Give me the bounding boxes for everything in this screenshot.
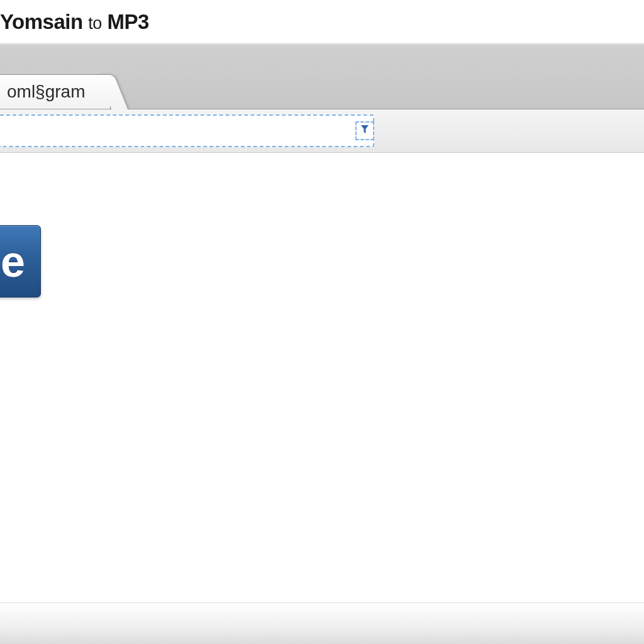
window-title: Yomsain to MP3 [0,10,149,34]
bottom-edge [0,602,644,644]
filter-button[interactable] [355,121,374,140]
tab-label: oml§gram [7,82,85,102]
primary-action-button[interactable]: e [0,225,41,297]
title-mid: to [88,14,102,33]
title-bar: Yomsain to MP3 [0,0,644,44]
filter-icon [360,125,369,137]
main-content: e [0,153,644,530]
tab-strip: oml§gram [0,44,644,109]
tab-active[interactable]: oml§gram [0,74,111,109]
title-prefix: Yomsain [0,10,83,33]
title-suffix: MP3 [107,10,148,33]
address-bar-container [0,109,644,153]
primary-action-label: e [1,236,25,287]
address-input[interactable] [0,114,374,147]
